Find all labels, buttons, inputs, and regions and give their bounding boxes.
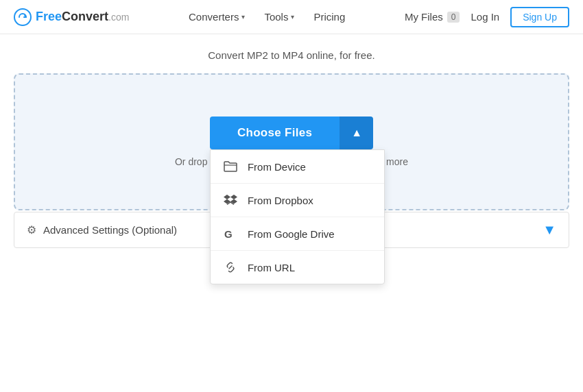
header-right: My Files 0 Log In Sign Up: [405, 7, 569, 27]
nav-pricing[interactable]: Pricing: [313, 11, 345, 23]
svg-text:G: G: [224, 228, 233, 240]
advanced-settings-chevron-icon[interactable]: ▼: [543, 222, 556, 238]
choose-files-button[interactable]: Choose Files: [210, 117, 340, 149]
gear-icon: ⚙: [27, 223, 36, 236]
from-dropbox-option[interactable]: From Dropbox: [211, 184, 384, 217]
login-button[interactable]: Log In: [471, 11, 499, 23]
main-nav: Converters ▾ Tools ▾ Pricing: [189, 11, 345, 23]
google-drive-icon: G: [223, 226, 238, 241]
files-count-badge: 0: [447, 12, 460, 23]
nav-converters[interactable]: Converters ▾: [189, 11, 245, 23]
signup-button[interactable]: Sign Up: [510, 7, 569, 27]
chevron-up-icon: ▲: [351, 127, 362, 138]
choose-files-dropdown-toggle[interactable]: ▲: [340, 117, 373, 149]
nav-tools[interactable]: Tools ▾: [264, 11, 294, 23]
from-device-option[interactable]: From Device: [211, 150, 384, 184]
link-icon: [223, 260, 238, 275]
drop-zone[interactable]: Choose Files ▲ From Device: [14, 73, 569, 210]
logo-text: FreeConvert.com: [36, 10, 129, 24]
from-url-option[interactable]: From URL: [211, 251, 384, 284]
tools-chevron-icon: ▾: [291, 13, 294, 21]
page-subtitle: Convert MP2 to MP4 online, for free.: [0, 34, 583, 73]
choose-files-dropdown: From Device From Dropbox: [210, 149, 385, 284]
logo-icon: [14, 8, 32, 26]
advanced-settings-label: Advanced Settings (Optional): [43, 224, 177, 236]
advanced-settings-left: ⚙ Advanced Settings (Optional): [27, 223, 177, 236]
choose-files-wrapper: Choose Files ▲ From Device: [210, 117, 373, 149]
main-content: Convert MP2 to MP4 online, for free. Cho…: [0, 34, 583, 248]
dropbox-icon: [223, 193, 238, 208]
header: FreeConvert.com Converters ▾ Tools ▾ Pri…: [0, 0, 583, 34]
folder-icon: [223, 159, 238, 174]
converters-chevron-icon: ▾: [241, 13, 245, 21]
svg-point-0: [14, 9, 31, 25]
my-files-button[interactable]: My Files 0: [405, 11, 460, 23]
from-google-drive-option[interactable]: G From Google Drive: [211, 217, 384, 251]
logo[interactable]: FreeConvert.com: [14, 8, 129, 26]
